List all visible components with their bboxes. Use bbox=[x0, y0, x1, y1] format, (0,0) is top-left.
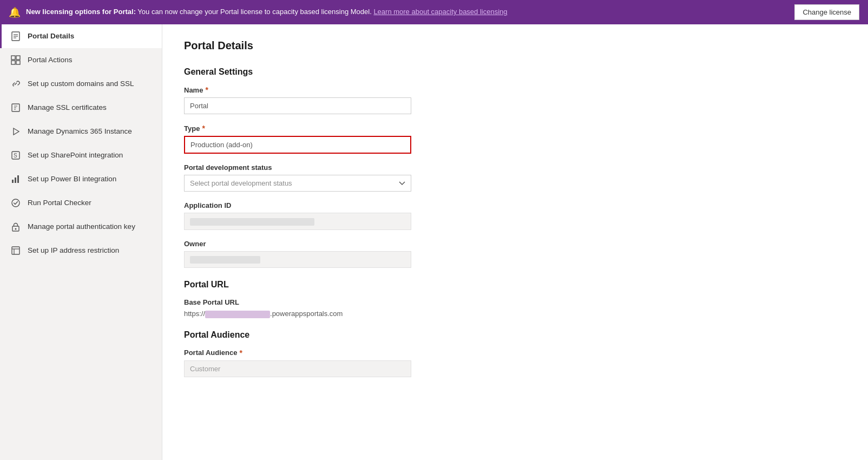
sidebar-item-label-sharepoint: Set up SharePoint integration bbox=[28, 150, 123, 160]
name-label: Name * bbox=[184, 86, 846, 94]
name-input[interactable] bbox=[184, 97, 411, 114]
general-settings-section: General Settings Name * Type * bbox=[184, 67, 846, 268]
type-required-indicator: * bbox=[202, 124, 205, 133]
main-content: Portal Details General Settings Name * T… bbox=[162, 24, 868, 460]
svg-text:S: S bbox=[14, 153, 17, 159]
sidebar-item-label-portal-actions: Portal Actions bbox=[28, 55, 73, 65]
sidebar-item-portal-actions[interactable]: Portal Actions bbox=[0, 48, 162, 72]
svg-rect-6 bbox=[11, 61, 15, 64]
banner-icon: 🔔 bbox=[9, 6, 21, 18]
page-title: Portal Details bbox=[184, 40, 846, 52]
sidebar-item-label-portal-checker: Run Portal Checker bbox=[28, 198, 91, 208]
application-id-field-group: Application ID bbox=[184, 201, 846, 230]
sidebar-item-label-power-bi: Set up Power BI integration bbox=[28, 174, 116, 184]
svg-marker-9 bbox=[14, 128, 19, 135]
application-id-label: Application ID bbox=[184, 201, 846, 209]
svg-point-17 bbox=[15, 228, 17, 230]
portal-audience-field-group: Portal Audience * Customer bbox=[184, 349, 846, 377]
lock-icon bbox=[10, 221, 21, 232]
portal-audience-section: Portal Audience Portal Audience * Custom… bbox=[184, 330, 846, 377]
svg-point-15 bbox=[12, 199, 19, 207]
sidebar-item-portal-checker[interactable]: Run Portal Checker bbox=[0, 191, 162, 215]
url-redacted bbox=[205, 311, 270, 318]
sidebar-item-label-portal-details: Portal Details bbox=[28, 31, 74, 41]
svg-rect-4 bbox=[11, 56, 15, 60]
portal-audience-label: Portal Audience * bbox=[184, 349, 846, 357]
owner-value bbox=[184, 251, 411, 268]
ip-restriction-icon bbox=[10, 245, 21, 256]
type-input[interactable] bbox=[184, 136, 411, 154]
portal-url-title: Portal URL bbox=[184, 280, 846, 290]
portal-url-section: Portal URL Base Portal URL https://.powe… bbox=[184, 280, 846, 318]
type-field-group: Type * bbox=[184, 124, 846, 154]
base-portal-url-group: Base Portal URL https://.powerappsportal… bbox=[184, 298, 846, 318]
portal-audience-title: Portal Audience bbox=[184, 330, 846, 340]
portal-audience-value: Customer bbox=[184, 360, 411, 377]
link-icon bbox=[10, 78, 21, 89]
banner-text-body: You can now change your Portal license t… bbox=[137, 8, 373, 16]
portal-audience-required: * bbox=[239, 349, 242, 357]
sidebar-item-label-dynamics-365: Manage Dynamics 365 Instance bbox=[28, 127, 132, 136]
svg-rect-18 bbox=[12, 247, 19, 254]
svg-rect-7 bbox=[16, 61, 20, 64]
banner-text: New licensing options for Portal: You ca… bbox=[26, 7, 789, 17]
licensing-banner: 🔔 New licensing options for Portal: You … bbox=[0, 0, 868, 24]
name-required-indicator: * bbox=[205, 86, 208, 94]
general-settings-title: General Settings bbox=[184, 67, 846, 77]
svg-rect-5 bbox=[16, 56, 20, 60]
owner-field-group: Owner bbox=[184, 240, 846, 268]
banner-learn-more-link[interactable]: Learn more about capacity based licensin… bbox=[373, 8, 507, 16]
sidebar-item-label-custom-domains: Set up custom domains and SSL bbox=[28, 79, 134, 89]
play-icon bbox=[10, 126, 21, 137]
dev-status-select[interactable]: Select portal development status bbox=[184, 175, 411, 192]
sidebar-item-custom-domains[interactable]: Set up custom domains and SSL bbox=[0, 72, 162, 96]
sidebar-item-label-ip-restriction: Set up IP address restriction bbox=[28, 246, 119, 255]
url-suffix: .powerappsportals.com bbox=[270, 310, 343, 318]
document-icon bbox=[10, 31, 21, 42]
base-portal-url-label: Base Portal URL bbox=[184, 298, 846, 306]
url-prefix: https:// bbox=[184, 310, 205, 318]
sidebar-item-ip-restriction[interactable]: Set up IP address restriction bbox=[0, 239, 162, 262]
certificate-icon bbox=[10, 102, 21, 113]
svg-rect-13 bbox=[15, 178, 16, 183]
sidebar-item-label-auth-key: Manage portal authentication key bbox=[28, 222, 135, 232]
svg-rect-14 bbox=[17, 175, 19, 183]
owner-label: Owner bbox=[184, 240, 846, 248]
dev-status-label: Portal development status bbox=[184, 163, 846, 172]
sidebar-item-auth-key[interactable]: Manage portal authentication key bbox=[0, 215, 162, 239]
sidebar-item-label-ssl-certs: Manage SSL certificates bbox=[28, 103, 107, 113]
change-license-button[interactable]: Change license bbox=[794, 4, 859, 20]
main-layout: Portal Details Portal Actions Set up cus… bbox=[0, 24, 868, 460]
name-field-group: Name * bbox=[184, 86, 846, 114]
dev-status-field-group: Portal development status Select portal … bbox=[184, 163, 846, 192]
checker-icon bbox=[10, 198, 21, 208]
application-id-value bbox=[184, 213, 411, 230]
grid-icon bbox=[10, 55, 21, 65]
type-label: Type * bbox=[184, 124, 846, 133]
base-portal-url-value: https://.powerappsportals.com bbox=[184, 310, 846, 318]
application-id-redacted bbox=[190, 218, 314, 226]
banner-text-prefix: New licensing options for Portal: bbox=[26, 8, 136, 16]
sidebar-item-portal-details[interactable]: Portal Details bbox=[0, 24, 162, 48]
sidebar-item-ssl-certs[interactable]: Manage SSL certificates bbox=[0, 96, 162, 120]
sidebar-item-sharepoint[interactable]: S Set up SharePoint integration bbox=[0, 143, 162, 167]
svg-rect-12 bbox=[12, 180, 14, 183]
sidebar-item-power-bi[interactable]: Set up Power BI integration bbox=[0, 167, 162, 191]
chart-icon bbox=[10, 174, 21, 185]
sharepoint-icon: S bbox=[10, 150, 21, 161]
sidebar-item-dynamics-365[interactable]: Manage Dynamics 365 Instance bbox=[0, 120, 162, 143]
sidebar: Portal Details Portal Actions Set up cus… bbox=[0, 24, 162, 460]
owner-redacted bbox=[190, 256, 260, 264]
